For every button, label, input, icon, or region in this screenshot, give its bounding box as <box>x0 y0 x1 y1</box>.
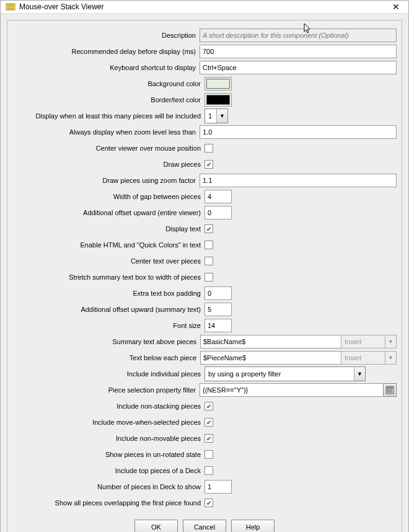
showoverlap-label: Show all pieces overlapping the first pi… <box>12 499 205 507</box>
centermouse-label: Center viewer over mouse position <box>12 144 205 152</box>
delay-label: Recommended delay before display (ms) <box>12 48 200 55</box>
offsetviewer-label: Additional offset upward (entire viewer) <box>12 209 205 216</box>
insert-label: Insert <box>341 351 385 365</box>
window-title: Mouse-over Stack Viewer <box>19 2 389 11</box>
svg-rect-5 <box>391 389 392 391</box>
chevron-down-icon[interactable]: ▼ <box>216 109 227 123</box>
svg-rect-6 <box>387 391 389 392</box>
summaryabove-insert[interactable]: Insert ▼ <box>341 335 397 348</box>
shortcut-input[interactable] <box>200 61 397 74</box>
minpieces-value: 1 <box>205 109 216 123</box>
zoomfactor-label: Draw pieces using zoom factor <box>12 177 200 184</box>
minpieces-combo[interactable]: 1 ▼ <box>205 109 228 123</box>
svg-rect-4 <box>389 389 390 391</box>
expression-builder-button[interactable] <box>383 383 397 397</box>
centertext-label: Center text over pieces <box>12 257 205 265</box>
drawpieces-label: Draw pieces <box>12 161 205 168</box>
movewhensel-checkbox[interactable]: ✔ <box>205 418 213 427</box>
description-label: Description <box>12 32 200 39</box>
gap-input[interactable] <box>205 190 232 203</box>
stretchtext-checkbox[interactable] <box>205 273 213 282</box>
help-button[interactable]: Help <box>231 520 275 532</box>
centermouse-checkbox[interactable] <box>205 144 213 153</box>
bgcolor-label: Background color <box>12 80 205 87</box>
svg-rect-8 <box>391 391 392 392</box>
textbelow-input[interactable] <box>200 351 341 365</box>
shortcut-label: Keyboard shortcut to display <box>12 64 200 71</box>
chevron-down-icon[interactable]: ▼ <box>354 367 365 381</box>
svg-rect-7 <box>389 391 390 392</box>
includeindiv-combo[interactable]: by using a property filter ▼ <box>205 366 366 381</box>
propfilter-label: Piece selection property filter <box>12 386 200 394</box>
enablehtml-label: Enable HTML and "Quick Colors" in text <box>12 241 205 249</box>
zoomless-label: Always display when zoom level less than <box>12 128 200 136</box>
fontsize-label: Font size <box>12 322 205 329</box>
movewhensel-label: Include move-when-selected pieces <box>12 419 205 426</box>
showoverlap-checkbox[interactable]: ✔ <box>205 499 213 507</box>
titlebar: Mouse-over Stack Viewer ✕ <box>1 1 408 14</box>
delay-input[interactable] <box>200 45 397 58</box>
chevron-down-icon[interactable]: ▼ <box>385 351 397 365</box>
svg-rect-3 <box>387 389 389 391</box>
extrapadding-input[interactable] <box>205 286 232 300</box>
includeindiv-label: Include individual pieces <box>12 370 205 378</box>
extrapadding-label: Extra text box padding <box>12 290 205 297</box>
includeindiv-value: by using a property filter <box>205 367 354 381</box>
offsetsummary-input[interactable] <box>205 303 232 316</box>
offsetviewer-input[interactable] <box>205 206 232 219</box>
close-button[interactable]: ✕ <box>389 1 403 13</box>
nonstacking-checkbox[interactable]: ✔ <box>205 402 213 410</box>
gap-label: Width of gap between pieces <box>12 193 205 200</box>
textbelow-insert[interactable]: Insert ▼ <box>341 351 397 365</box>
propfilter-input[interactable] <box>200 383 384 397</box>
chevron-down-icon[interactable]: ▼ <box>385 335 397 348</box>
nonmovable-label: Include non-movable pieces <box>12 435 205 442</box>
summaryabove-input[interactable] <box>200 335 341 348</box>
displaytext-label: Display text <box>12 225 205 233</box>
zoomfactor-input[interactable] <box>200 174 397 187</box>
offsetsummary-label: Additional offset upward (summary text) <box>12 306 205 313</box>
ok-button[interactable]: OK <box>134 520 178 532</box>
app-icon <box>6 2 15 12</box>
nonmovable-checkbox[interactable]: ✔ <box>205 434 213 443</box>
stretchtext-label: Stretch summary text box to width of pie… <box>12 273 205 281</box>
svg-rect-2 <box>387 387 393 389</box>
bgcolor-swatch[interactable] <box>205 77 232 91</box>
displaytext-checkbox[interactable]: ✔ <box>205 224 213 233</box>
enablehtml-checkbox[interactable] <box>205 241 213 249</box>
drawpieces-checkbox[interactable]: ✔ <box>205 160 213 169</box>
zoomless-input[interactable] <box>200 125 397 139</box>
description-input[interactable] <box>200 29 397 42</box>
textbelow-label: Text below each piece <box>12 354 200 361</box>
numdeck-input[interactable] <box>205 480 232 494</box>
numdeck-label: Number of pieces in Deck to show <box>12 483 205 490</box>
centertext-checkbox[interactable] <box>205 257 213 265</box>
unrotated-label: Show pieces in un-rotated state <box>12 451 205 458</box>
summaryabove-label: Summary text above pieces <box>12 338 200 345</box>
insert-label: Insert <box>341 335 385 348</box>
bordercolor-swatch[interactable] <box>205 93 232 107</box>
minpieces-label: Display when at least this many pieces w… <box>12 112 205 120</box>
nonstacking-label: Include non-stacking pieces <box>12 402 205 410</box>
topdeck-checkbox[interactable] <box>205 466 213 475</box>
topdeck-label: Include top pieces of a Deck <box>12 467 205 474</box>
cancel-button[interactable]: Cancel <box>183 520 226 532</box>
bordercolor-label: Border/text color <box>12 96 205 104</box>
fontsize-input[interactable] <box>205 319 232 332</box>
unrotated-checkbox[interactable] <box>205 450 213 459</box>
